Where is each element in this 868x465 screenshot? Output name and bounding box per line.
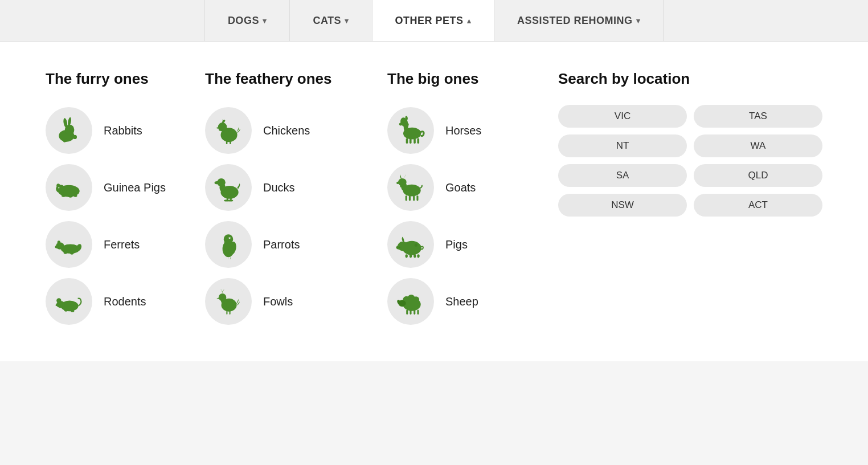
ferrets-label: Ferrets — [104, 238, 140, 251]
nav-cats-label: CATS — [313, 15, 341, 27]
svg-point-12 — [73, 194, 77, 197]
ducks-icon — [214, 173, 243, 202]
other-pets-chevron-icon: ▴ — [467, 17, 472, 25]
svg-point-29 — [219, 127, 222, 130]
svg-rect-31 — [226, 141, 228, 144]
goats-item[interactable]: Goats — [387, 162, 547, 213]
horses-icon — [396, 116, 425, 145]
content-columns: The furry ones — [46, 70, 822, 327]
svg-marker-28 — [216, 127, 218, 129]
svg-rect-78 — [413, 254, 416, 258]
furry-list: Rabbits — [46, 105, 205, 327]
guinea-pigs-item[interactable]: Guinea Pigs — [46, 162, 205, 213]
pigs-label: Pigs — [445, 238, 468, 251]
location-heading: Search by location — [558, 70, 822, 88]
svg-rect-58 — [406, 138, 408, 144]
nav-assisted-rehoming-label: ASSISTED REHOMING — [517, 15, 633, 27]
goats-icon-circle — [387, 164, 434, 211]
nav-dogs[interactable]: DOGS ▾ — [204, 0, 290, 41]
rodents-icon-circle — [46, 278, 92, 325]
location-column: Search by location VICTASNTWASAQLDNSWACT — [547, 70, 822, 327]
rodents-label: Rodents — [104, 295, 146, 308]
guinea-pigs-label: Guinea Pigs — [104, 181, 166, 194]
guinea-pigs-icon-circle — [46, 164, 92, 211]
svg-point-11 — [68, 195, 72, 198]
svg-rect-69 — [413, 195, 415, 201]
pigs-item[interactable]: Pigs — [387, 219, 547, 270]
svg-point-73 — [396, 246, 402, 250]
chickens-item[interactable]: Chickens — [205, 105, 387, 156]
svg-point-18 — [64, 251, 67, 254]
svg-point-74 — [398, 247, 399, 248]
svg-point-22 — [56, 298, 61, 303]
svg-rect-32 — [230, 141, 231, 144]
horses-label: Horses — [445, 124, 481, 137]
svg-point-4 — [73, 135, 77, 139]
location-badge-sa[interactable]: SA — [558, 164, 687, 187]
location-badge-nt[interactable]: NT — [558, 134, 687, 157]
horses-icon-circle — [387, 107, 434, 154]
horses-item[interactable]: Horses — [387, 105, 547, 156]
svg-rect-61 — [417, 138, 419, 144]
guinea-pigs-icon — [54, 173, 84, 202]
svg-rect-60 — [413, 138, 416, 144]
svg-point-80 — [415, 243, 417, 246]
svg-point-41 — [228, 199, 233, 201]
cats-chevron-icon: ▾ — [345, 17, 349, 25]
sheep-item[interactable]: Sheep — [387, 276, 547, 327]
location-badge-nsw[interactable]: NSW — [558, 194, 687, 217]
svg-rect-92 — [410, 310, 411, 315]
nav-dogs-label: DOGS — [228, 15, 259, 27]
svg-rect-68 — [409, 195, 411, 201]
parrots-item[interactable]: Parrots — [205, 219, 387, 270]
goats-label: Goats — [445, 181, 476, 194]
svg-point-19 — [70, 252, 73, 255]
nav-assisted-rehoming[interactable]: ASSISTED REHOMING ▾ — [494, 0, 664, 41]
svg-point-25 — [71, 310, 74, 312]
main-content: The furry ones — [0, 42, 868, 361]
svg-point-45 — [229, 238, 230, 239]
svg-rect-67 — [406, 195, 407, 201]
chickens-label: Chickens — [263, 124, 310, 137]
nav-cats[interactable]: CATS ▾ — [290, 0, 372, 41]
fowls-icon — [214, 287, 243, 316]
location-badge-vic[interactable]: VIC — [558, 105, 687, 128]
rodents-icon — [54, 287, 84, 316]
ferrets-icon — [54, 230, 84, 259]
ducks-label: Ducks — [263, 181, 295, 194]
svg-rect-70 — [416, 195, 418, 201]
location-badge-wa[interactable]: WA — [694, 134, 822, 157]
svg-marker-49 — [216, 297, 219, 299]
rodents-item[interactable]: Rodents — [46, 276, 205, 327]
dogs-chevron-icon: ▾ — [263, 17, 267, 25]
ducks-icon-circle — [205, 164, 252, 211]
svg-rect-53 — [230, 311, 231, 315]
nav-other-pets[interactable]: OTHER PETS ▴ — [372, 0, 495, 41]
svg-point-3 — [67, 117, 72, 126]
feathery-column: The feathery ones — [205, 70, 387, 327]
svg-point-50 — [221, 298, 226, 304]
svg-rect-94 — [417, 310, 419, 315]
main-nav: DOGS ▾ CATS ▾ OTHER PETS ▴ ASSISTED REHO… — [0, 0, 868, 42]
fowls-item[interactable]: Fowls — [205, 276, 387, 327]
svg-rect-91 — [406, 310, 408, 315]
location-badge-act[interactable]: ACT — [694, 194, 822, 217]
big-column: The big ones — [387, 70, 547, 327]
feathery-list: Chickens — [205, 105, 387, 327]
svg-point-10 — [62, 194, 65, 197]
ferrets-icon-circle — [46, 221, 92, 268]
location-badge-qld[interactable]: QLD — [694, 164, 822, 187]
feathery-heading: The feathery ones — [205, 70, 387, 88]
rabbits-item[interactable]: Rabbits — [46, 105, 205, 156]
furry-heading: The furry ones — [46, 70, 205, 88]
goats-icon — [396, 173, 425, 202]
svg-rect-93 — [413, 310, 415, 315]
ducks-item[interactable]: Ducks — [205, 162, 387, 213]
ferrets-item[interactable]: Ferrets — [46, 219, 205, 270]
location-badge-tas[interactable]: TAS — [694, 105, 822, 128]
svg-point-75 — [399, 247, 400, 248]
parrots-icon-circle — [205, 221, 252, 268]
chickens-icon-circle — [205, 107, 252, 154]
location-grid: VICTASNTWASAQLDNSWACT — [558, 105, 822, 217]
svg-point-8 — [56, 183, 60, 187]
